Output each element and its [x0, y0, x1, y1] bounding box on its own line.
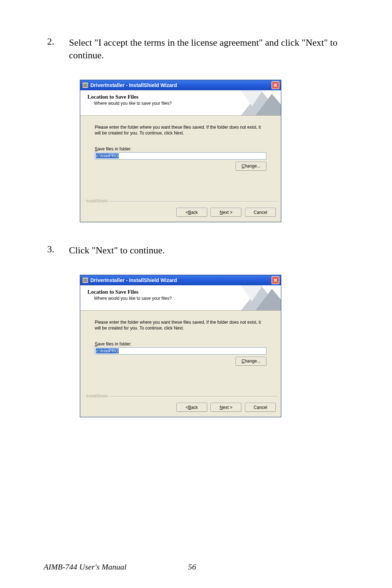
titlebar[interactable]: ⌧ DriverInstaller - InstallShield Wizard…	[80, 275, 281, 285]
folder-input[interactable]: c:\IntelPRO	[95, 152, 266, 160]
back-button[interactable]: < Back	[176, 403, 207, 412]
cancel-button[interactable]: Cancel	[245, 403, 276, 412]
folder-label: Save files in folder:	[95, 341, 266, 347]
cancel-button[interactable]: Cancel	[245, 208, 276, 217]
header-artwork	[241, 285, 281, 310]
app-icon: ⌧	[82, 277, 88, 283]
folder-input-value: c:\IntelPRO	[96, 348, 119, 353]
step-3: 3. Click "Next" to continue.	[47, 244, 348, 257]
close-icon[interactable]: ✕	[271, 81, 279, 89]
dialog-body: Please enter the folder where you want t…	[80, 311, 281, 394]
next-button[interactable]: Next >	[211, 403, 241, 412]
dialog-footer: < Back Next > Cancel	[80, 206, 281, 222]
install-dialog-2: ⌧ DriverInstaller - InstallShield Wizard…	[80, 275, 281, 417]
window-title: DriverInstaller - InstallShield Wizard	[90, 82, 271, 88]
page-footer: AIMB-744 User's Manual 56	[44, 562, 348, 572]
step-2: 2. Select "I accept the terms in the lic…	[47, 36, 348, 62]
dialog-header: Location to Save Files Where would you l…	[80, 90, 281, 116]
page-number: 56	[188, 562, 196, 572]
dialog-footer: < Back Next > Cancel	[80, 401, 281, 417]
body-description: Please enter the folder where you want t…	[95, 124, 266, 136]
change-button[interactable]: Change...	[236, 357, 266, 366]
footer-separator: InstallShield	[84, 396, 277, 401]
close-icon[interactable]: ✕	[271, 276, 279, 284]
dialog-header: Location to Save Files Where would you l…	[80, 285, 281, 311]
brand-label: InstallShield	[85, 199, 109, 203]
window-title: DriverInstaller - InstallShield Wizard	[90, 277, 271, 283]
footer-separator: InstallShield	[84, 201, 277, 206]
step-number: 2.	[47, 36, 69, 62]
dialog-body: Please enter the folder where you want t…	[80, 116, 281, 199]
app-icon: ⌧	[82, 82, 88, 88]
step-text: Select "I accept the terms in the licens…	[69, 36, 348, 62]
header-artwork	[241, 90, 281, 115]
change-button[interactable]: Change...	[236, 162, 266, 171]
step-number: 3.	[47, 244, 69, 257]
titlebar[interactable]: ⌧ DriverInstaller - InstallShield Wizard…	[80, 80, 281, 90]
brand-label: InstallShield	[85, 394, 109, 398]
next-button[interactable]: Next >	[211, 208, 241, 217]
folder-label: Save files in folder:	[95, 146, 266, 152]
manual-title: AIMB-744 User's Manual	[44, 562, 126, 572]
folder-input[interactable]: c:\IntelPRO	[95, 347, 266, 355]
back-button[interactable]: < Back	[176, 208, 207, 217]
body-description: Please enter the folder where you want t…	[95, 319, 266, 331]
folder-input-value: c:\IntelPRO	[96, 153, 119, 158]
step-text: Click "Next" to continue.	[69, 244, 165, 257]
install-dialog-1: ⌧ DriverInstaller - InstallShield Wizard…	[80, 80, 281, 222]
